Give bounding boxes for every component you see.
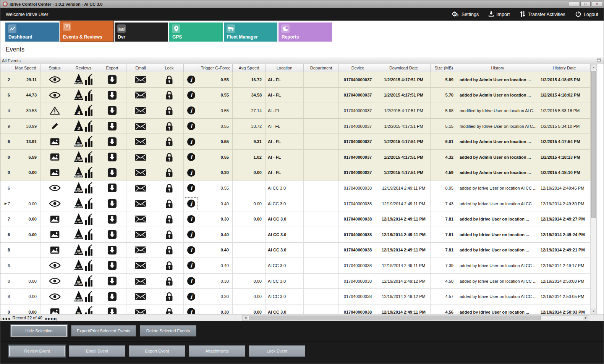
reviews-score-icon[interactable]: NOSCORE [69, 180, 98, 196]
tab-events-reviews[interactable]: Events & Reviews [60, 21, 113, 42]
next-record-button[interactable]: ▶ [45, 317, 48, 321]
table-row[interactable]: ▶6 0.00 NOSCORE 0.40 Al CC 3.0 017040000… [0, 227, 591, 243]
info-button[interactable] [184, 211, 199, 227]
info-button[interactable] [184, 258, 199, 274]
column-header-export[interactable]: Export [98, 64, 126, 72]
info-button[interactable] [184, 227, 199, 243]
export-button[interactable] [98, 72, 126, 88]
review-event-button[interactable]: Review Event [9, 345, 65, 357]
table-row[interactable]: ▶7 0.00 NOSCORE 0.30 0.00 Al CC 3.0 0170… [0, 211, 591, 227]
column-header-email[interactable]: Email [126, 64, 155, 72]
reviews-score-icon[interactable]: NOSCORE [69, 134, 98, 150]
info-button[interactable] [184, 150, 199, 165]
tab-reports[interactable]: Reports [279, 23, 332, 42]
email-button[interactable] [126, 274, 155, 289]
hide-selection-button[interactable]: Hide Selection [11, 325, 67, 337]
row-indicator[interactable]: ▶6 [0, 258, 11, 274]
reviews-score-icon[interactable]: NOSCORE [69, 72, 98, 88]
info-button[interactable] [184, 289, 199, 304]
info-button[interactable] [184, 304, 199, 314]
minimize-button[interactable] [569, 1, 579, 7]
titlebar[interactable]: Idrive Control Center - 3.0.2 version - … [0, 0, 604, 8]
column-header-history-date[interactable]: History Date [538, 64, 591, 72]
export-button[interactable] [98, 274, 126, 289]
reviews-score-icon[interactable]: NOSCORE [69, 289, 98, 304]
reviews-score-icon[interactable]: NOSCORE [69, 304, 98, 314]
info-button[interactable] [184, 72, 199, 88]
column-header-device[interactable]: Device [339, 64, 377, 72]
table-row[interactable]: ▶6 NOSCORE 0.40 Al CC 3.0 017040000038 1… [0, 258, 591, 274]
import-button[interactable]: Import [489, 11, 510, 18]
row-indicator[interactable]: ▶9 [0, 119, 11, 134]
export-button[interactable] [98, 150, 126, 165]
email-button[interactable] [126, 289, 155, 304]
table-row[interactable]: ▶7 0.00 NOSCORE 0.40 0.00 Al CC 3.0 0170… [0, 196, 591, 212]
info-button[interactable] [184, 196, 199, 212]
table-row[interactable]: ▶0 0.00 NOSCORE 0.30 0.00 Al CC 3.0 0170… [0, 274, 591, 289]
lock-button[interactable] [155, 289, 184, 304]
vertical-scrollbar-thumb[interactable] [591, 71, 596, 218]
table-row[interactable]: ▶6 13.91 NOSCORE 0.55 9.31 Al - FL 01704… [0, 134, 591, 150]
lock-button[interactable] [155, 180, 184, 196]
row-indicator[interactable]: ▶8 [0, 289, 11, 304]
transfer-activities-button[interactable]: Transfer Activities [520, 11, 565, 18]
horizontal-scrollbar[interactable]: ◀ ▶ [242, 315, 589, 321]
table-row[interactable]: ▶0 0.00 NOSCORE 0.30 0.00 Al CC 3.0 0170… [0, 304, 591, 314]
tab-gps[interactable]: GPS [169, 23, 223, 42]
info-button[interactable] [184, 88, 199, 103]
lock-button[interactable] [155, 150, 184, 165]
row-indicator[interactable]: ▶6 [0, 88, 11, 103]
lock-button[interactable] [155, 72, 184, 88]
row-indicator[interactable]: ▶7 [0, 196, 11, 212]
delete-selected-button[interactable]: Delete Selected Events [140, 325, 196, 337]
column-header-blank[interactable] [184, 64, 199, 72]
lock-button[interactable] [155, 243, 184, 258]
email-button[interactable] [126, 150, 155, 165]
row-indicator[interactable]: ▶8 [0, 243, 11, 258]
email-button[interactable] [126, 258, 155, 274]
close-button[interactable] [592, 1, 602, 7]
scroll-right-icon[interactable]: ▶ [583, 316, 589, 321]
column-header-max-speed[interactable]: Max Speed [11, 64, 40, 72]
table-row[interactable]: ▶8 0.00 NOSCORE 0.30 0.00 Al CC 3.0 0170… [0, 289, 591, 304]
export-button[interactable] [98, 211, 126, 227]
info-button[interactable] [184, 134, 199, 150]
reviews-score-icon[interactable]: NOSCORE [69, 274, 98, 289]
export-button[interactable] [98, 180, 126, 196]
attachments-button[interactable]: Attachments [189, 345, 245, 357]
reviews-score-icon[interactable]: NOSCORE [69, 165, 98, 181]
lock-button[interactable] [155, 119, 184, 134]
email-button[interactable] [126, 134, 155, 150]
vertical-scrollbar[interactable] [591, 64, 597, 314]
info-button[interactable] [184, 119, 199, 134]
tab-dashboard[interactable]: Dashboard [5, 23, 59, 42]
email-button[interactable] [126, 227, 155, 243]
export-button[interactable] [98, 243, 126, 258]
column-header-reviews[interactable]: Reviews [69, 64, 98, 72]
reviews-score-icon[interactable]: 4 [69, 103, 98, 119]
email-button[interactable] [126, 304, 155, 314]
lock-event-button[interactable]: Lock Event [249, 345, 305, 357]
email-button[interactable] [126, 243, 155, 258]
row-indicator[interactable]: ▶6 [0, 180, 11, 196]
column-header-trigger-g-force[interactable]: Trigger G-Force [199, 64, 233, 72]
maximize-button[interactable] [580, 1, 591, 7]
export-button[interactable] [98, 258, 126, 274]
export-button[interactable] [98, 289, 126, 304]
lock-button[interactable] [155, 103, 184, 119]
lock-button[interactable] [155, 165, 184, 181]
prev-record-button[interactable]: ◀ [7, 317, 10, 321]
export-event-button[interactable]: Export Event [129, 345, 185, 357]
column-header-lock[interactable]: Lock [155, 64, 184, 72]
reviews-score-icon[interactable]: NOSCORE [69, 150, 98, 165]
export-button[interactable] [98, 119, 126, 134]
reviews-score-icon[interactable]: NOSCORE [69, 258, 98, 274]
email-button[interactable] [126, 119, 155, 134]
export-button[interactable] [98, 196, 126, 212]
lock-button[interactable] [155, 196, 184, 212]
column-header-download-date[interactable]: Download Date [377, 64, 431, 72]
reviews-score-icon[interactable]: 2 [69, 119, 98, 134]
export-print-selected-button[interactable]: Export/Print Selected Events [71, 325, 136, 337]
tab-dvr[interactable]: DVR Dvr [115, 23, 168, 42]
scroll-left-icon[interactable]: ◀ [243, 316, 248, 321]
